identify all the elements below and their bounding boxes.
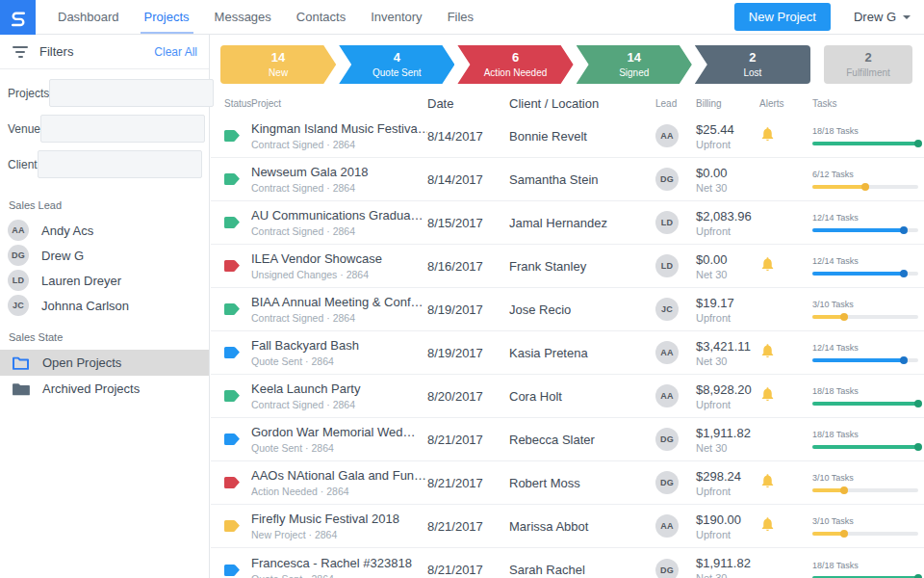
project-row-newseum-gala-2018[interactable]: Newseum Gala 2018Contract Signed · 28648… — [211, 158, 924, 201]
project-subtitle: Contract Signed · 2864 — [251, 182, 427, 194]
sales-state-item-open-projects[interactable]: Open Projects — [0, 350, 209, 376]
stage-count: 4 — [394, 50, 400, 66]
pipeline-stage-quote-sent[interactable]: 4Quote Sent — [339, 45, 454, 84]
billing-term: Net 30 — [696, 442, 757, 454]
venue-filter-input[interactable] — [40, 115, 205, 143]
folder-filled-icon — [12, 381, 30, 396]
tasks-progress-dot — [840, 313, 848, 321]
alert-bell[interactable] — [759, 125, 776, 146]
column-header-client-location[interactable]: Client / Location — [509, 96, 655, 111]
lead-avatar: AA — [655, 124, 679, 147]
brand-s-icon — [6, 5, 31, 30]
status-cell — [211, 390, 251, 402]
column-header-alerts[interactable]: Alerts — [757, 98, 812, 109]
billing-cell: $0.00Net 30 — [696, 252, 757, 280]
pipeline-stage-new[interactable]: 14New — [220, 45, 336, 84]
project-row-kingman-island-music-festiva[interactable]: Kingman Island Music Festiva…Contract Si… — [211, 115, 924, 158]
project-row-biaa-annual-meeting-conf[interactable]: BIAA Annual Meeting & Conf…Contract Sign… — [211, 288, 924, 331]
pipeline-stage-signed[interactable]: 14Signed — [577, 45, 692, 84]
project-row-keela-launch-party[interactable]: Keela Launch PartyContract Signed · 2864… — [211, 375, 924, 418]
nav-item-files[interactable]: Files — [435, 0, 486, 34]
tasks-label: 18/18 Tasks — [812, 561, 924, 570]
billing-term: Upfront — [696, 312, 757, 324]
project-row-francesca-rachel-323818[interactable]: Francesca - Rachel #323818Quote Sent · 2… — [211, 548, 924, 578]
alerts-cell — [757, 515, 812, 537]
client-cell: Marissa Abbot — [509, 519, 655, 534]
alerts-cell — [757, 125, 812, 146]
lead-avatar: LD — [655, 254, 679, 277]
lead-avatar: DG — [655, 428, 679, 451]
column-header-status[interactable]: Status — [211, 98, 251, 109]
nav-item-dashboard[interactable]: Dashboard — [45, 0, 132, 34]
project-subtitle: Quote Sent · 2864 — [251, 573, 427, 578]
stage-count: 14 — [271, 50, 285, 66]
project-row-ilea-vendor-showcase[interactable]: ILEA Vendor ShowcaseUnsigned Changes · 2… — [211, 245, 924, 288]
new-project-button[interactable]: New Project — [734, 3, 831, 31]
project-row-fall-backyard-bash[interactable]: Fall Backyard BashQuote Sent · 28648/19/… — [211, 331, 924, 375]
filter-field-projects: Projects — [8, 79, 201, 107]
sales-state-item-archived-projects[interactable]: Archived Projects — [0, 376, 209, 402]
project-row-gordon-war-memorial-wed[interactable]: Gordon War Memorial Wed…Quote Sent · 286… — [211, 418, 924, 461]
status-tag-icon — [224, 390, 240, 402]
client-cell: Samantha Stein — [509, 172, 655, 187]
column-header-lead[interactable]: Lead — [655, 98, 696, 109]
alert-bell[interactable] — [759, 472, 776, 493]
nav-item-inventory[interactable]: Inventory — [358, 0, 434, 34]
alert-bell[interactable] — [759, 255, 776, 276]
project-subtitle: New Project · 2864 — [251, 529, 427, 540]
column-header-project[interactable]: Project — [251, 98, 427, 109]
user-menu[interactable]: Drew G — [854, 10, 911, 24]
lead-avatar: DG — [655, 559, 679, 578]
date-cell: 8/21/2017 — [427, 519, 509, 534]
column-header-tasks[interactable]: Tasks — [812, 98, 924, 109]
tasks-progress-bar — [812, 488, 918, 492]
billing-amount: $8,928.20 — [696, 382, 757, 397]
user-name: Drew G — [854, 10, 896, 24]
billing-term: Upfront — [696, 139, 757, 150]
project-title: Keela Launch Party — [251, 381, 427, 396]
sales-lead-item-johnna-carlson[interactable]: JCJohnna Carlson — [0, 293, 209, 318]
project-subtitle: Unsigned Changes · 2864 — [251, 269, 427, 280]
date-cell: 8/14/2017 — [427, 129, 509, 144]
status-cell — [211, 303, 251, 315]
sales-lead-item-andy-acs[interactable]: AAAndy Acs — [0, 218, 209, 243]
billing-term: Net 30 — [696, 182, 757, 194]
nav-item-projects[interactable]: Projects — [132, 0, 202, 34]
avatar: AA — [8, 220, 29, 241]
lead-avatar: AA — [655, 341, 679, 364]
nav-item-contacts[interactable]: Contacts — [284, 0, 358, 34]
date-cell: 8/16/2017 — [427, 259, 509, 274]
alert-bell[interactable] — [759, 515, 776, 537]
column-header-date[interactable]: Date — [427, 96, 509, 111]
alert-bell[interactable] — [759, 342, 776, 363]
lead-name: Drew G — [41, 249, 84, 263]
pipeline-stage-action-needed[interactable]: 6Action Needed — [457, 45, 573, 84]
project-subtitle: Action Needed · 2864 — [251, 486, 427, 497]
projects-table: Kingman Island Music Festiva…Contract Si… — [211, 115, 924, 578]
alert-bell[interactable] — [759, 385, 776, 407]
tasks-progress-bar — [812, 532, 918, 536]
filter-field-label: Projects — [8, 87, 49, 100]
pipeline-stage-lost[interactable]: 2Lost — [695, 45, 810, 84]
alert-bell-icon — [759, 342, 776, 359]
tasks-label: 12/14 Tasks — [812, 343, 924, 353]
app-logo[interactable] — [0, 0, 36, 35]
pipeline-stage-fulfillment[interactable]: 2Fulfillment — [824, 45, 912, 84]
nav-item-messages[interactable]: Messages — [202, 0, 284, 34]
sales-lead-item-drew-g[interactable]: DGDrew G — [0, 243, 209, 268]
alert-bell-icon — [759, 515, 776, 533]
sales-lead-item-lauren-dreyer[interactable]: LDLauren Dreyer — [0, 268, 209, 293]
status-tag-icon — [224, 260, 240, 272]
column-header-billing[interactable]: Billing — [696, 98, 757, 109]
project-row-firefly-music-festival-2018[interactable]: Firefly Music Festival 2018New Project ·… — [211, 505, 924, 548]
project-row-aaos-national-gala-and-fun[interactable]: AAOs NAtional Gala and Fun…Action Needed… — [211, 461, 924, 505]
clear-all-link[interactable]: Clear All — [154, 45, 197, 59]
tasks-progress-fill — [812, 142, 918, 145]
projects-filter-input[interactable] — [49, 79, 214, 107]
stage-label: Quote Sent — [372, 66, 422, 79]
client-filter-input[interactable] — [38, 150, 202, 178]
tasks-cell: 12/14 Tasks — [812, 213, 924, 232]
project-row-au-communications-gradua[interactable]: AU Communications Gradua…Contract Signed… — [211, 201, 924, 245]
billing-amount: $1,911.82 — [696, 426, 757, 440]
date-cell: 8/14/2017 — [427, 172, 509, 187]
